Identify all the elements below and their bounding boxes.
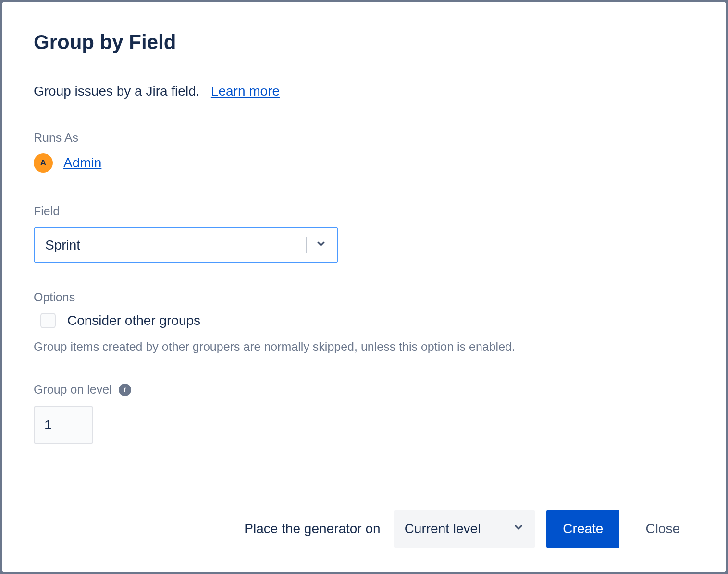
runs-as-label: Runs As [34,131,694,145]
field-select[interactable]: Sprint [34,227,338,263]
dialog-description: Group issues by a Jira field. [34,84,200,99]
generator-level-value: Current level [405,521,500,537]
dialog-description-row: Group issues by a Jira field. Learn more [34,84,694,99]
consider-other-groups-checkbox[interactable] [40,313,56,328]
options-label: Options [34,290,694,304]
consider-other-groups-label: Consider other groups [67,313,200,328]
group-level-label-row: Group on level i [34,383,694,397]
group-by-field-dialog: Group by Field Group issues by a Jira fi… [2,2,726,572]
field-label: Field [34,204,694,218]
place-generator-label: Place the generator on [244,521,380,537]
create-button[interactable]: Create [546,510,619,548]
consider-other-groups-help: Group items created by other groupers ar… [34,340,694,354]
chevron-down-icon [513,521,524,537]
runs-as-user-link[interactable]: Admin [63,155,101,171]
learn-more-link[interactable]: Learn more [211,84,280,99]
close-button[interactable]: Close [631,510,694,548]
consider-other-groups-row: Consider other groups [40,313,694,328]
runs-as-row: A Admin [34,153,694,173]
generator-level-select[interactable]: Current level [394,510,535,548]
info-icon[interactable]: i [119,384,131,396]
group-level-input[interactable] [34,406,93,444]
user-avatar: A [34,153,53,173]
chevron-down-icon [315,237,327,253]
dialog-footer: Place the generator on Current level Cre… [34,510,694,548]
field-selected-value: Sprint [45,237,302,253]
dialog-title: Group by Field [34,31,694,54]
select-separator [504,521,504,537]
select-separator [306,237,307,253]
group-level-label: Group on level [34,383,112,397]
